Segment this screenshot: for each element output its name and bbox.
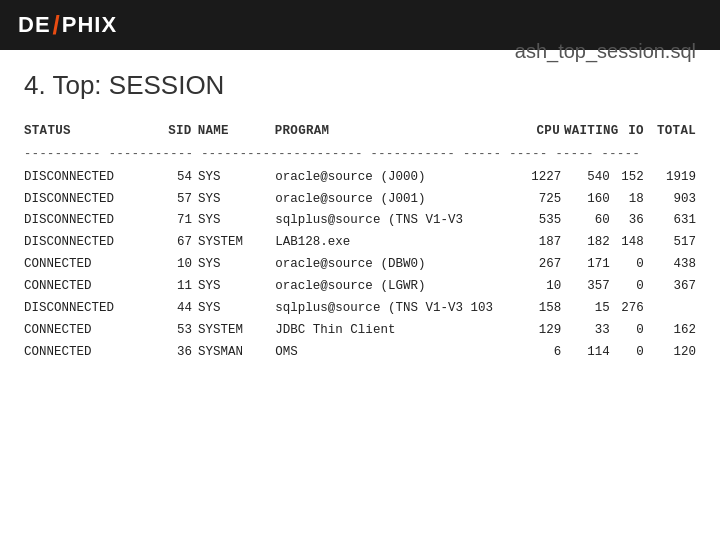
cell-io: 0	[614, 254, 648, 276]
cell-status: CONNECTED	[24, 342, 150, 364]
cell-io: 0	[614, 276, 648, 298]
cell-name: SYSTEM	[198, 232, 275, 254]
cell-name: SYS	[198, 210, 275, 232]
col-header-sid: SID	[149, 121, 197, 142]
cell-io: 0	[614, 342, 648, 364]
table-row: DISCONNECTED 54 SYS oracle@source (J000)…	[24, 167, 696, 189]
cell-status: DISCONNECTED	[24, 232, 150, 254]
cell-sid: 67	[150, 232, 199, 254]
cell-program: oracle@source (DBW0)	[275, 254, 517, 276]
title-row: 4. Top: SESSION ash_top_session.sql	[24, 70, 696, 103]
cell-program: oracle@source (J001)	[275, 189, 517, 211]
cell-cpu: 129	[517, 320, 565, 342]
cell-name: SYS	[198, 276, 275, 298]
table-row: DISCONNECTED 71 SYS sqlplus@source (TNS …	[24, 210, 696, 232]
cell-name: SYSTEM	[198, 320, 275, 342]
cell-program: JDBC Thin Client	[275, 320, 517, 342]
table-divider: ---------- ----------- -----------------…	[24, 144, 696, 164]
cell-io: 152	[614, 167, 648, 189]
table-row: DISCONNECTED 44 SYS sqlplus@source (TNS …	[24, 298, 696, 320]
cell-sid: 11	[150, 276, 199, 298]
cell-waiting: 540	[565, 167, 613, 189]
cell-waiting: 15	[565, 298, 613, 320]
cell-status: DISCONNECTED	[24, 167, 150, 189]
cell-io: 276	[614, 298, 648, 320]
cell-total: 517	[648, 232, 696, 254]
cell-total: 162	[648, 320, 696, 342]
cell-total: 1919	[648, 167, 696, 189]
table-header: STATUS SID NAME PROGRAM CPU WAITING IO T…	[24, 121, 696, 144]
table-row: CONNECTED 10 SYS oracle@source (DBW0) 26…	[24, 254, 696, 276]
cell-cpu: 187	[517, 232, 565, 254]
col-header-program: PROGRAM	[275, 121, 516, 142]
cell-cpu: 535	[517, 210, 565, 232]
main-content: 4. Top: SESSION ash_top_session.sql STAT…	[0, 50, 720, 380]
cell-total: 120	[648, 342, 696, 364]
subtitle: ash_top_session.sql	[515, 40, 696, 63]
page-title: 4. Top: SESSION	[24, 70, 224, 101]
cell-sid: 71	[150, 210, 199, 232]
cell-waiting: 114	[565, 342, 613, 364]
cell-total: 438	[648, 254, 696, 276]
cell-name: SYS	[198, 254, 275, 276]
cell-name: SYS	[198, 298, 275, 320]
logo-de: DE	[18, 12, 51, 38]
cell-status: DISCONNECTED	[24, 189, 150, 211]
col-header-status: STATUS	[24, 121, 149, 142]
cell-program: sqlplus@source (TNS V1-V3	[275, 210, 517, 232]
logo-phix: PHIX	[62, 12, 117, 38]
cell-total: 903	[648, 189, 696, 211]
table-row: CONNECTED 36 SYSMAN OMS 6 114 0 120	[24, 342, 696, 364]
col-header-name: NAME	[198, 121, 275, 142]
table-row: DISCONNECTED 57 SYS oracle@source (J001)…	[24, 189, 696, 211]
cell-io: 148	[614, 232, 648, 254]
cell-total: 631	[648, 210, 696, 232]
cell-io: 18	[614, 189, 648, 211]
cell-cpu: 725	[517, 189, 565, 211]
cell-waiting: 171	[565, 254, 613, 276]
cell-sid: 36	[150, 342, 199, 364]
table-row: CONNECTED 11 SYS oracle@source (LGWR) 10…	[24, 276, 696, 298]
cell-waiting: 60	[565, 210, 613, 232]
cell-cpu: 6	[517, 342, 565, 364]
cell-io: 36	[614, 210, 648, 232]
cell-status: DISCONNECTED	[24, 298, 150, 320]
cell-name: SYS	[198, 189, 275, 211]
table-body: DISCONNECTED 54 SYS oracle@source (J000)…	[24, 167, 696, 364]
cell-total: 367	[648, 276, 696, 298]
cell-sid: 54	[150, 167, 199, 189]
data-table: STATUS SID NAME PROGRAM CPU WAITING IO T…	[24, 121, 696, 364]
cell-status: CONNECTED	[24, 276, 150, 298]
cell-waiting: 160	[565, 189, 613, 211]
col-header-total: TOTAL	[648, 121, 696, 142]
cell-status: CONNECTED	[24, 254, 150, 276]
col-header-cpu: CPU	[516, 121, 564, 142]
logo-slash-icon: /	[53, 10, 60, 41]
logo: DE / PHIX	[18, 10, 117, 41]
cell-status: DISCONNECTED	[24, 210, 150, 232]
cell-name: SYS	[198, 167, 275, 189]
cell-sid: 57	[150, 189, 199, 211]
cell-program: OMS	[275, 342, 517, 364]
cell-cpu: 10	[517, 276, 565, 298]
table-row: DISCONNECTED 67 SYSTEM LAB128.exe 187 18…	[24, 232, 696, 254]
col-header-waiting: WAITING	[564, 121, 614, 142]
cell-waiting: 33	[565, 320, 613, 342]
cell-program: oracle@source (LGWR)	[275, 276, 517, 298]
cell-sid: 53	[150, 320, 199, 342]
cell-cpu: 158	[517, 298, 565, 320]
cell-program: sqlplus@source (TNS V1-V3 103	[275, 298, 517, 320]
cell-cpu: 1227	[517, 167, 565, 189]
cell-program: LAB128.exe	[275, 232, 517, 254]
cell-waiting: 182	[565, 232, 613, 254]
cell-status: CONNECTED	[24, 320, 150, 342]
cell-program: oracle@source (J000)	[275, 167, 517, 189]
cell-name: SYSMAN	[198, 342, 275, 364]
cell-total	[648, 298, 696, 320]
cell-sid: 44	[150, 298, 199, 320]
cell-io: 0	[614, 320, 648, 342]
col-header-io: IO	[614, 121, 648, 142]
cell-cpu: 267	[517, 254, 565, 276]
cell-sid: 10	[150, 254, 199, 276]
table-row: CONNECTED 53 SYSTEM JDBC Thin Client 129…	[24, 320, 696, 342]
